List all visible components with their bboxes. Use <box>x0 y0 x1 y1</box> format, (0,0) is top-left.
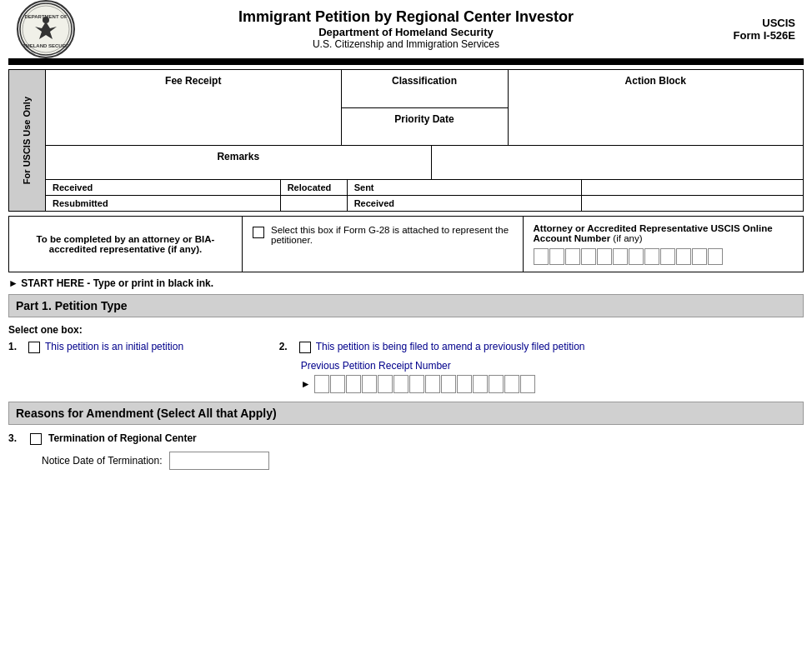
select-one-label: Select one box: <box>8 324 804 336</box>
notice-date-row: Notice Date of Termination: <box>42 452 804 470</box>
dhs-logo: DEPARTMENT OF HOMELAND SECURITY <box>17 0 75 58</box>
account-box-10[interactable] <box>676 248 691 265</box>
item3-checkbox[interactable] <box>30 433 42 445</box>
header-subtitle2: U.S. Citizenship and Immigration Service… <box>238 38 574 50</box>
receipt-box-5[interactable] <box>378 375 393 393</box>
black-divider-bar <box>8 58 804 65</box>
account-box-9[interactable] <box>660 248 675 265</box>
receipt-box-2[interactable] <box>330 375 345 393</box>
account-box-8[interactable] <box>644 248 659 265</box>
notice-date-label: Notice Date of Termination: <box>42 455 163 467</box>
account-box-6[interactable] <box>613 248 628 265</box>
header-title-block: Immigrant Petition by Regional Center In… <box>238 8 574 50</box>
reasons-header: Reasons for Amendment (Select All that A… <box>8 402 804 425</box>
attorney-account-title: Attorney or Accredited Representative US… <box>534 223 773 243</box>
receipt-box-14[interactable] <box>520 375 535 393</box>
form-id-line1: USCIS <box>734 17 795 29</box>
fee-receipt-label: Fee Receipt <box>165 75 221 87</box>
page-header: DEPARTMENT OF HOMELAND SECURITY Immigran… <box>0 0 812 58</box>
item2-number: 2. <box>279 341 294 352</box>
account-box-2[interactable] <box>549 248 564 265</box>
form-id-line2: Form I-526E <box>734 29 795 42</box>
remarks-cell: Remarks <box>46 146 432 179</box>
account-box-7[interactable] <box>629 248 644 265</box>
notice-date-input[interactable] <box>169 452 269 470</box>
svg-point-4 <box>43 17 49 23</box>
account-box-11[interactable] <box>692 248 707 265</box>
form-title: Immigrant Petition by Regional Center In… <box>238 8 574 26</box>
uscis-received-row: Received Relocated Sent <box>46 180 803 196</box>
petition-item-2: 2. This petition is being filed to amend… <box>279 341 804 393</box>
receipt-box-13[interactable] <box>504 375 519 393</box>
uscis-row1: Fee Receipt Classification Priority Date… <box>46 70 803 146</box>
g28-checkbox[interactable] <box>253 227 264 238</box>
action-block-remarks-area <box>432 146 804 179</box>
form-id-block: USCIS Form I-526E <box>734 17 795 42</box>
attorney-label: To be completed by an attorney or BIA-ac… <box>9 217 243 272</box>
item1-number: 1. <box>8 341 23 352</box>
relocated-cell: Relocated <box>281 180 348 195</box>
part1-header: Part 1. Petition Type <box>8 294 804 317</box>
account-box-12[interactable] <box>708 248 723 265</box>
account-box-4[interactable] <box>581 248 596 265</box>
petition-type-row: 1. This petition is an initial petition … <box>8 341 804 393</box>
receipt-box-1[interactable] <box>314 375 329 393</box>
receipt-box-12[interactable] <box>489 375 504 393</box>
action-block-row3 <box>582 180 803 195</box>
svg-text:HOMELAND SECURITY: HOMELAND SECURITY <box>18 43 73 48</box>
item3-row: 3. Termination of Regional Center <box>8 432 804 445</box>
item2-text: This petition is being filed to amend a … <box>316 341 585 352</box>
uscis-resubmitted-row: Resubmitted Received <box>46 196 803 211</box>
attorney-account-block: Attorney or Accredited Representative US… <box>524 217 804 272</box>
uscis-use-only-label: For USCIS Use Only <box>9 70 46 211</box>
account-box-1[interactable] <box>534 248 549 265</box>
action-block-row4 <box>582 196 803 211</box>
uscis-remarks-row: Remarks <box>46 146 803 180</box>
fee-receipt-cell: Fee Receipt <box>46 70 342 145</box>
receipt-box-8[interactable] <box>425 375 440 393</box>
start-here-instruction: ► START HERE - Type or print in black in… <box>8 277 804 289</box>
receipt-box-3[interactable] <box>346 375 361 393</box>
action-block-cell: Action Block <box>509 70 804 145</box>
receipt-arrow: ► <box>301 378 311 390</box>
petition-item-1: 1. This petition is an initial petition <box>8 341 271 353</box>
header-subtitle1: Department of Homeland Security <box>238 26 574 38</box>
receipt-box-11[interactable] <box>473 375 488 393</box>
account-box-5[interactable] <box>597 248 612 265</box>
sent-cell: Sent <box>348 180 583 195</box>
receipt-box-9[interactable] <box>441 375 456 393</box>
item2-checkbox[interactable] <box>299 342 311 353</box>
prev-petition-label: Previous Petition Receipt Number <box>301 360 804 372</box>
uscis-use-only-block: For USCIS Use Only Fee Receipt Classific… <box>8 69 804 212</box>
received-cell: Received <box>46 180 281 195</box>
receipt-box-4[interactable] <box>362 375 377 393</box>
attorney-g28-block: Select this box if Form G-28 is attached… <box>243 217 524 272</box>
item3-text: Termination of Regional Center <box>48 432 197 444</box>
received2-cell: Received <box>348 196 583 211</box>
classification-cell: Classification <box>342 70 508 108</box>
priority-date-cell: Priority Date <box>342 108 508 146</box>
attorney-account-if-any: (if any) <box>613 233 642 243</box>
uscis-content: Fee Receipt Classification Priority Date… <box>46 70 803 211</box>
item1-text: This petition is an initial petition <box>45 341 183 352</box>
receipt-box-6[interactable] <box>393 375 409 393</box>
g28-text: Select this box if Form G-28 is attached… <box>271 225 513 245</box>
receipt-number-input-row: ► <box>301 375 804 393</box>
resubmitted-cell: Resubmitted <box>46 196 281 211</box>
account-box-3[interactable] <box>565 248 580 265</box>
prev-petition-block: Previous Petition Receipt Number ► <box>279 360 804 393</box>
receipt-box-7[interactable] <box>409 375 424 393</box>
receipt-box-10[interactable] <box>457 375 472 393</box>
item1-checkbox[interactable] <box>28 342 40 353</box>
receipt-number-boxes[interactable] <box>314 375 535 393</box>
attorney-section: To be completed by an attorney or BIA-ac… <box>8 216 804 272</box>
resubmitted-blank-cell <box>281 196 348 211</box>
account-number-input-boxes[interactable] <box>534 248 794 265</box>
item3-number: 3. <box>8 432 23 444</box>
classification-priority-block: Classification Priority Date <box>342 70 509 145</box>
